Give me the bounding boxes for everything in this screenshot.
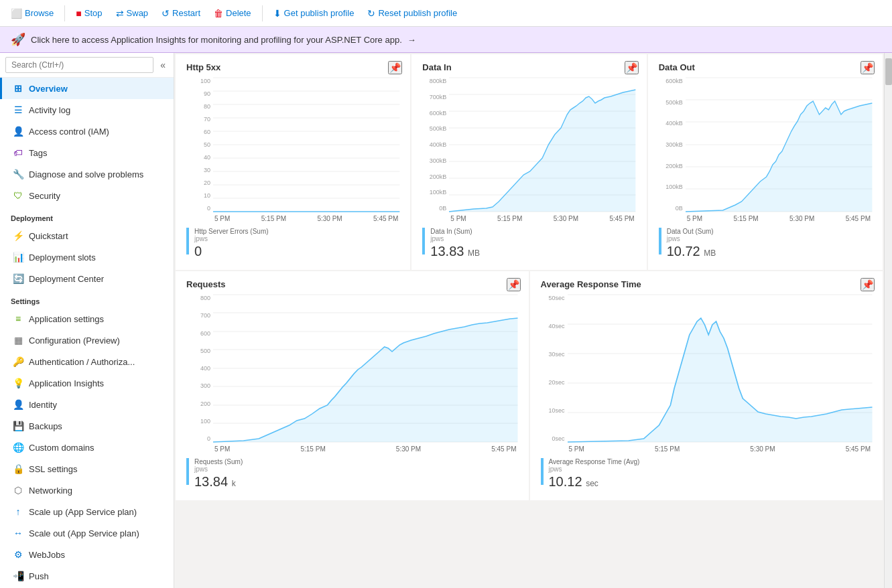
browse-button[interactable]: ⬜ Browse	[5, 5, 59, 21]
home-icon: ⊞	[13, 83, 23, 94]
sidebar-item-scale-up[interactable]: ↑ Scale up (App Service plan)	[0, 501, 174, 522]
sidebar-item-diagnose[interactable]: 🔧 Diagnose and solve problems	[0, 163, 174, 185]
metric-sublabel: jpws	[194, 235, 269, 242]
chart-data-in-title: Data In	[422, 62, 635, 72]
chart-data-out-pin[interactable]: 📌	[861, 61, 875, 74]
sidebar-item-custom-domains[interactable]: 🌐 Custom domains	[0, 437, 174, 458]
swap-button[interactable]: ⇄ Swap	[111, 5, 154, 21]
metric-value: 13.84 k	[194, 474, 243, 490]
chart-grid-bottom: Requests 📌 800700600500 4003002001000	[174, 271, 884, 502]
chart-http5xx-yaxis: 10090807060 50403020100	[186, 78, 210, 222]
metric-sublabel: jpws	[430, 235, 480, 242]
chart-data-in: Data In 📌 800kB700kB600kB500kB 400kB300k…	[411, 54, 646, 270]
identity-icon: 👤	[13, 399, 23, 410]
chart-http5xx-timelabels: 5 PM5:15 PM5:30 PM5:45 PM	[213, 215, 399, 222]
sidebar-item-activity-log[interactable]: ☰ Activity log	[0, 99, 174, 121]
sidebar-item-security[interactable]: 🛡 Security	[0, 185, 174, 206]
chart-data-out-title: Data Out	[659, 62, 872, 72]
scrollbar-thumb[interactable]	[885, 58, 892, 85]
chart-http5xx: Http 5xx 📌 10090807060 50403020100	[176, 54, 410, 270]
sidebar-item-deployment-slots[interactable]: 📊 Deployment slots	[0, 246, 174, 268]
wrench-icon: 🔧	[13, 169, 23, 179]
metric-bar	[659, 228, 661, 254]
sidebar-item-overview[interactable]: ⊞ Overview	[0, 78, 174, 99]
metric-sublabel: jpws	[194, 465, 243, 473]
tag-icon: 🏷	[13, 147, 23, 158]
sidebar-item-deployment-center[interactable]: 🔄 Deployment Center	[0, 268, 174, 289]
stop-button[interactable]: ■ Stop	[70, 5, 107, 21]
metric-value: 10.12 sec	[549, 474, 640, 490]
reset-publish-button[interactable]: ↻ Reset publish profile	[362, 5, 462, 21]
get-publish-button[interactable]: ⬇ Get publish profile	[268, 5, 360, 21]
metric-label: Average Response Time (Avg)	[549, 458, 640, 465]
webjobs-icon: ⚙	[13, 549, 23, 560]
sidebar-item-access-control[interactable]: 👤 Access control (IAM)	[0, 121, 174, 142]
network-icon: ⬡	[13, 485, 23, 496]
restart-button[interactable]: ↺ Restart	[156, 5, 206, 21]
sidebar-item-backups[interactable]: 💾 Backups	[0, 415, 174, 437]
chart-http5xx-body: 10090807060 50403020100	[186, 78, 399, 222]
chart-data-out-body: 600kB500kB400kB300kB 200kB100kB0B	[659, 78, 872, 222]
chart-data-in-pin[interactable]: 📌	[625, 61, 639, 74]
chart-requests-timelabels: 5 PM5:15 PM5:30 PM5:45 PM	[213, 445, 518, 453]
chart-requests-pin[interactable]: 📌	[507, 278, 521, 291]
chart-requests-title: Requests	[186, 279, 518, 289]
chart-avg-response-title: Average Response Time	[541, 279, 873, 289]
chart-requests-summary: Requests (Sum) jpws 13.84 k	[186, 458, 518, 490]
metric-sublabel: jpws	[549, 465, 640, 473]
chart-http5xx-pin[interactable]: 📌	[388, 61, 402, 74]
metric-bar	[186, 228, 189, 254]
chart-http5xx-main: 5 PM5:15 PM5:30 PM5:45 PM	[213, 78, 399, 222]
toolbar: ⬜ Browse ■ Stop ⇄ Swap ↺ Restart 🗑 Delet…	[0, 0, 892, 27]
content-scrollbar[interactable]	[884, 53, 892, 588]
sidebar-item-app-insights[interactable]: 💡 Application Insights	[0, 372, 174, 394]
insights-icon: 💡	[13, 378, 23, 388]
center-icon: 🔄	[13, 273, 23, 284]
sidebar-item-quickstart[interactable]: ⚡ Quickstart	[0, 225, 174, 246]
delete-button[interactable]: 🗑 Delete	[208, 5, 257, 21]
rocket-icon: 🚀	[11, 32, 25, 47]
chart-avg-response-pin[interactable]: 📌	[861, 278, 875, 291]
chart-data-in-body: 800kB700kB600kB500kB 400kB300kB200kB100k…	[422, 78, 635, 222]
chart-data-in-yaxis: 800kB700kB600kB500kB 400kB300kB200kB100k…	[422, 78, 446, 222]
metric-sublabel: jpws	[667, 235, 716, 242]
sidebar-item-push[interactable]: 📲 Push	[0, 565, 174, 587]
chart-data-out-timelabels: 5 PM5:15 PM5:30 PM5:45 PM	[686, 215, 872, 222]
divider-1	[64, 5, 65, 21]
sidebar-item-configuration[interactable]: ▦ Configuration (Preview)	[0, 329, 174, 351]
restart-icon: ↺	[162, 8, 170, 19]
sidebar-item-webjobs[interactable]: ⚙ WebJobs	[0, 544, 174, 565]
slots-icon: 📊	[13, 252, 23, 263]
chart-avg-response-body: 50sec40sec30sec20sec10sec0sec	[541, 295, 873, 453]
metric-label: Data Out (Sum)	[667, 228, 716, 235]
sidebar-item-networking[interactable]: ⬡ Networking	[0, 480, 174, 501]
refresh-icon: ↻	[367, 8, 375, 19]
metric-label: Requests (Sum)	[194, 458, 243, 465]
chart-data-out: Data Out 📌 600kB500kB400kB300kB 200kB100…	[648, 54, 883, 270]
chart-requests-body: 800700600500 4003002001000	[186, 295, 518, 453]
sidebar-item-identity[interactable]: 👤 Identity	[0, 394, 174, 415]
sidebar-item-auth[interactable]: 🔑 Authentication / Authoriza...	[0, 351, 174, 372]
person-icon: 👤	[13, 126, 23, 137]
sidebar-item-ssl[interactable]: 🔒 SSL settings	[0, 458, 174, 480]
app-insights-banner: 🚀 Click here to access Application Insig…	[0, 27, 892, 53]
chart-data-out-summary: Data Out (Sum) jpws 10.72 MB	[659, 228, 872, 259]
sidebar-search-container: «	[0, 53, 174, 78]
metric-value: 0	[194, 244, 269, 259]
shield-icon: 🛡	[13, 190, 23, 201]
metric-info: Requests (Sum) jpws 13.84 k	[194, 458, 243, 490]
search-input[interactable]	[5, 57, 153, 73]
backup-icon: 💾	[13, 421, 23, 431]
sidebar-collapse-button[interactable]: «	[157, 57, 168, 73]
settings-section-header: Settings	[0, 289, 174, 308]
sidebar-item-tags[interactable]: 🏷 Tags	[0, 142, 174, 163]
metric-label: Data In (Sum)	[430, 228, 480, 235]
sidebar-item-app-settings[interactable]: ≡ Application settings	[0, 308, 174, 329]
chart-data-in-timelabels: 5 PM5:15 PM5:30 PM5:45 PM	[449, 215, 635, 222]
chart-data-in-summary: Data In (Sum) jpws 13.83 MB	[422, 228, 635, 259]
delete-icon: 🗑	[214, 8, 223, 19]
chart-http5xx-title: Http 5xx	[186, 62, 399, 72]
metric-label: Http Server Errors (Sum)	[194, 228, 269, 235]
metric-bar	[541, 458, 544, 485]
sidebar-item-scale-out[interactable]: ↔ Scale out (App Service plan)	[0, 522, 174, 544]
